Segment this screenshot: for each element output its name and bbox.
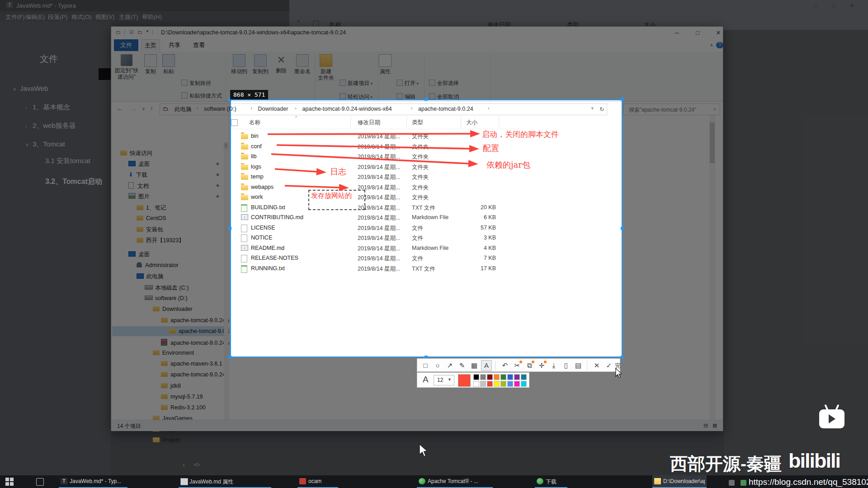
bilibili-wordmark: bilibili (788, 449, 840, 473)
palette-color-#ff7f27[interactable] (494, 374, 500, 380)
selection-handle[interactable] (425, 98, 428, 101)
notification-dot (544, 361, 547, 363)
annotation-text-3: 依赖的jar包 (486, 160, 530, 170)
save-button[interactable]: ⤓ (548, 360, 559, 371)
task-view-button[interactable] (36, 478, 44, 486)
palette-color-#c3c3c3[interactable] (480, 381, 486, 387)
palette-color-#fff200[interactable] (494, 381, 500, 387)
notification-dot (519, 361, 522, 363)
cut-button[interactable]: ✂ (512, 360, 523, 371)
font-size-value: 12 (437, 377, 443, 383)
arrow-tool[interactable]: ↗ (444, 360, 455, 371)
device-button[interactable]: ▯ (561, 360, 571, 371)
mouse-cursor-secondary (615, 368, 623, 379)
selection-handle[interactable] (228, 227, 231, 230)
bookmark-button[interactable]: ▤ (573, 360, 584, 371)
taskbar-button-label: Apache Tomcat® - ... (428, 478, 491, 484)
taskbar-button-label: JavaWeb.md* - Typ... (70, 478, 126, 484)
recapture-button[interactable]: ⧉ (524, 360, 535, 371)
dim-overlay-top (0, 0, 868, 99)
rect-tool[interactable]: □ (420, 360, 431, 371)
ellipse-tool[interactable]: ○ (432, 360, 443, 371)
taskbar-button-folder[interactable]: D:\Downloader\apa... (652, 475, 707, 488)
notification-dot (532, 361, 534, 363)
done-check[interactable]: ✓ (604, 360, 614, 371)
taskbar-button-label: ocam (308, 478, 336, 484)
undo-button[interactable]: ↶ (500, 360, 510, 371)
current-color-swatch[interactable] (458, 374, 471, 387)
taskbar-button-download[interactable]: 下载 (535, 475, 567, 488)
tray-icon[interactable] (741, 480, 746, 486)
toolbar-separator (587, 361, 587, 370)
pen-tool[interactable]: ✎ (457, 360, 467, 371)
annotation-text-5: 发存放网站的 (311, 192, 352, 200)
cancel-button[interactable]: ✕ (591, 360, 602, 371)
palette-color-#7c0c16[interactable] (487, 374, 493, 380)
toolbar-separator (495, 361, 495, 370)
ocam-taskbar-icon (299, 478, 306, 484)
palette-color-#000000[interactable] (473, 374, 479, 380)
taskbar-button-tomcat[interactable]: Apache Tomcat® - ... (417, 475, 493, 488)
typora-taskbar-icon: T (61, 478, 67, 484)
palette-color-#ec1fbe[interactable] (514, 381, 520, 387)
font-size-select[interactable]: 12 ▼ (434, 375, 454, 385)
taskbar-button-props[interactable]: JavaWeb.md 属性 (179, 475, 271, 488)
screen: T JavaWeb.md* - Typora 文件(F)编辑(E)段落(P)格式… (0, 0, 868, 488)
mouse-cursor (419, 444, 429, 457)
pin-button[interactable]: ✛ (536, 360, 547, 371)
selection-handle[interactable] (228, 356, 231, 359)
palette-color-#ffffff[interactable] (473, 381, 479, 387)
bilibili-tv-icon (819, 409, 844, 428)
palette-color-#00cfe8[interactable] (521, 381, 527, 387)
palette-color-#7f7f7f[interactable] (480, 374, 486, 380)
taskbar-button-ocam[interactable]: ocam (297, 475, 338, 488)
capture-selection[interactable] (230, 99, 623, 357)
palette-color-#2c7f39[interactable] (500, 374, 506, 380)
taskbar-button-label: JavaWeb.md 属性 (189, 478, 269, 486)
download-taskbar-icon (537, 478, 543, 484)
chevron-down-icon: ▼ (448, 377, 452, 382)
palette-color-#ef4136[interactable] (487, 381, 493, 387)
palette-color-#0f7f8f[interactable] (521, 374, 527, 380)
taskbar-button-label: D:\Downloader\apa... (663, 478, 705, 484)
font-icon: A (423, 375, 429, 385)
taskbar-button-typora[interactable]: TJavaWeb.md* - Typ... (59, 475, 127, 488)
palette-color-#2a5fd0[interactable] (507, 374, 513, 380)
snip-text-options: A 12 ▼ (417, 372, 529, 388)
snip-toolbar: □○↗✎▦A↶✂⧉✛⤓▯▤✕✓完成 (417, 358, 620, 372)
selection-handle[interactable] (621, 98, 624, 101)
selection-size-badge: 868 × 571 (230, 90, 268, 99)
taskbar: TJavaWeb.md* - Typ...JavaWeb.md 属性ocamAp… (0, 475, 868, 488)
taskbar-button-label: 下载 (546, 478, 566, 486)
palette-color-#9fbb20[interactable] (500, 381, 506, 387)
props-taskbar-icon (180, 478, 188, 485)
start-button[interactable] (5, 478, 14, 486)
palette-color-#7b2f9e[interactable] (514, 374, 520, 380)
brand-watermark: 西部开源-秦疆 (670, 452, 782, 476)
selection-handle[interactable] (621, 227, 624, 230)
annotation-text-1: 启动，关闭的脚本文件 (482, 129, 559, 140)
tray-icon[interactable] (729, 480, 735, 486)
text-tool[interactable]: A (481, 360, 492, 371)
tomcat-taskbar-icon (419, 478, 425, 484)
mosaic-tool[interactable]: ▦ (469, 360, 480, 371)
dim-overlay-right (623, 99, 868, 357)
palette-color-#4a90e8[interactable] (507, 381, 513, 387)
annotation-text-4: 日志 (330, 166, 346, 177)
csdn-url-watermark: https://blog.csdn.net/qq_53810245 (749, 477, 868, 487)
annotation-text-2: 配置 (483, 143, 499, 154)
folder-taskbar-icon (654, 478, 661, 484)
dim-overlay-left (0, 99, 230, 357)
selection-handle[interactable] (621, 356, 624, 359)
